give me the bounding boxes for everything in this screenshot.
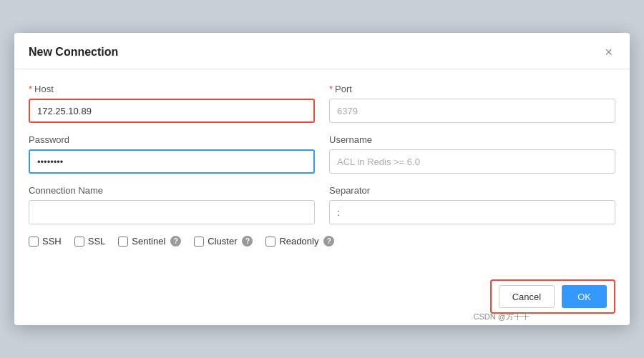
separator-group: Separator	[329, 185, 615, 224]
cluster-checkbox[interactable]	[194, 237, 204, 247]
cluster-checkbox-item[interactable]: Cluster ?	[194, 236, 253, 247]
password-group: Password	[29, 134, 315, 174]
password-input[interactable]	[29, 149, 315, 174]
host-required-star: *	[29, 84, 32, 94]
connection-name-input[interactable]	[29, 200, 315, 224]
cluster-help-icon[interactable]: ?	[242, 236, 253, 247]
dialog-footer: Cancel OK	[14, 272, 630, 325]
sentinel-checkbox[interactable]	[118, 237, 128, 247]
ssl-checkbox-item[interactable]: SSL	[74, 236, 106, 247]
port-label: *Port	[329, 84, 615, 94]
close-button[interactable]: ×	[602, 44, 615, 60]
username-input[interactable]	[329, 149, 615, 174]
port-input[interactable]	[329, 99, 615, 123]
readonly-checkbox[interactable]	[265, 237, 275, 247]
separator-label: Separator	[329, 185, 615, 196]
cancel-button[interactable]: Cancel	[499, 285, 555, 308]
dialog-title: New Connection	[29, 46, 118, 59]
new-connection-dialog: New Connection × *Host *Port Password	[14, 33, 630, 325]
port-group: *Port	[329, 84, 615, 123]
password-username-row: Password Username	[29, 134, 615, 174]
ssh-checkbox-item[interactable]: SSH	[29, 236, 62, 247]
ok-button[interactable]: OK	[562, 285, 607, 308]
username-group: Username	[329, 134, 615, 174]
ssh-checkbox[interactable]	[29, 237, 39, 247]
separator-input[interactable]	[329, 200, 615, 224]
cluster-label: Cluster	[208, 236, 237, 247]
host-label: *Host	[29, 84, 315, 94]
ssh-label: SSH	[42, 236, 62, 247]
connname-separator-row: Connection Name Separator	[29, 185, 615, 224]
password-label: Password	[29, 134, 315, 145]
username-label: Username	[329, 134, 615, 145]
host-input[interactable]	[29, 99, 315, 123]
host-port-row: *Host *Port	[29, 84, 615, 123]
sentinel-help-icon[interactable]: ?	[170, 236, 181, 247]
port-required-star: *	[329, 84, 333, 94]
dialog-header: New Connection ×	[14, 33, 630, 69]
connection-name-group: Connection Name	[29, 185, 315, 224]
readonly-help-icon[interactable]: ?	[323, 236, 334, 247]
checkboxes-row: SSH SSL Sentinel ? Cluster ? Readonly ?	[29, 236, 615, 247]
watermark: CSDN @方千千	[474, 312, 530, 322]
sentinel-label: Sentinel	[132, 236, 165, 247]
readonly-checkbox-item[interactable]: Readonly ?	[265, 236, 334, 247]
ssl-checkbox[interactable]	[74, 237, 84, 247]
footer-button-group: Cancel OK	[490, 279, 615, 314]
ssl-label: SSL	[88, 236, 106, 247]
sentinel-checkbox-item[interactable]: Sentinel ?	[118, 236, 181, 247]
dialog-body: *Host *Port Password Username	[14, 69, 630, 272]
readonly-label: Readonly	[279, 236, 318, 247]
host-group: *Host	[29, 84, 315, 123]
connection-name-label: Connection Name	[29, 185, 315, 196]
